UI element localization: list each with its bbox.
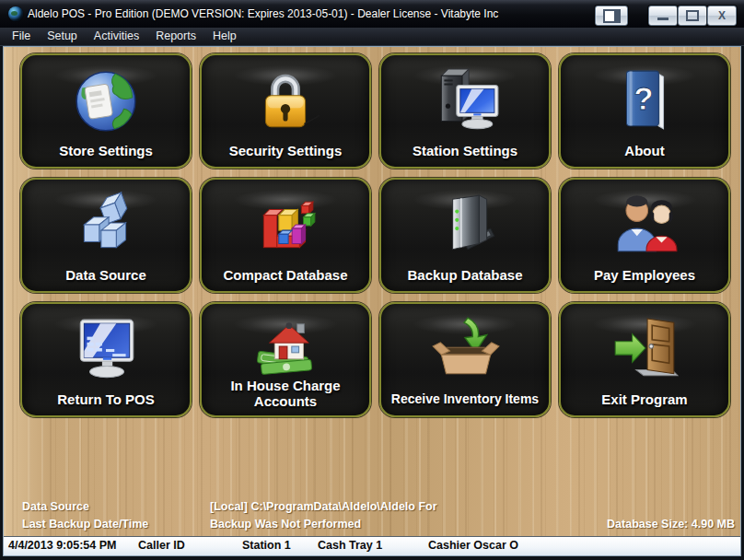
workstation-icon [381, 66, 549, 136]
tile-data-source[interactable]: Data Source [20, 178, 192, 293]
help-book-icon: ? [561, 66, 728, 136]
menu-bar: File Setup Activities Reports Help [0, 28, 744, 46]
tile-label: Pay Employees [561, 267, 728, 283]
tile-grid: Store Settings [20, 53, 730, 417]
status-station: Station 1 [242, 537, 291, 554]
tile-label: Backup Database [381, 267, 549, 283]
blue-cubes-icon [22, 191, 190, 261]
close-button[interactable]: X [707, 6, 737, 26]
status-caller-id: Caller ID [138, 537, 185, 554]
window-title: Aldelo POS - Pro Edition (DEMO VERSION: … [28, 0, 498, 28]
tile-return-to-pos[interactable]: Return To POS [20, 302, 192, 417]
tile-security-settings[interactable]: Security Settings [200, 53, 371, 169]
defrag-cubes-icon [202, 191, 369, 261]
status-bar: 4/4/2013 9:05:54 PM Caller ID Station 1 … [4, 536, 740, 555]
tile-store-settings[interactable]: Store Settings [20, 53, 192, 169]
menu-activities[interactable]: Activities [86, 28, 147, 45]
tile-label: Data Source [22, 267, 190, 283]
tile-label: Exit Program [561, 391, 728, 407]
tile-label: Store Settings [22, 143, 190, 158]
restore-button[interactable] [678, 6, 707, 26]
pos-monitor-icon [22, 315, 190, 385]
tile-about[interactable]: ? About [559, 53, 730, 169]
tile-label: Receive Inventory Items [381, 391, 549, 407]
menu-file[interactable]: File [4, 28, 39, 45]
last-backup-label: Last Backup Date/Time [22, 518, 148, 531]
app-globe-icon [8, 6, 23, 21]
status-datetime: 4/4/2013 9:05:54 PM [8, 537, 116, 554]
close-icon: X [718, 10, 726, 21]
svg-text:?: ? [634, 80, 653, 116]
minimize-icon [657, 18, 668, 20]
panel-window-icon [603, 9, 621, 23]
minimize-button[interactable] [648, 6, 678, 26]
status-cashier: Cashier Oscar O [428, 537, 518, 554]
inventory-box-icon [381, 315, 549, 385]
tile-compact-database[interactable]: Compact Database [200, 178, 371, 293]
padlock-icon [202, 66, 369, 136]
status-cash-tray: Cash Tray 1 [318, 537, 382, 554]
restore-icon [686, 10, 699, 21]
tile-label: Compact Database [202, 267, 369, 283]
tile-in-house-charge-accounts[interactable]: In House Charge Accounts [200, 302, 371, 417]
data-source-value: [Local] C:\ProgramData\Aldelo\Aldelo For [210, 500, 437, 513]
menu-help[interactable]: Help [204, 28, 245, 45]
globe-document-icon [22, 66, 190, 136]
last-backup-value: Backup Was Not Performed [210, 518, 361, 531]
exit-door-icon [561, 315, 728, 385]
title-bar: Aldelo POS - Pro Edition (DEMO VERSION: … [0, 0, 744, 29]
menu-reports[interactable]: Reports [147, 28, 204, 45]
tile-station-settings[interactable]: Station Settings [379, 53, 551, 169]
tile-receive-inventory-items[interactable]: Receive Inventory Items [379, 302, 551, 417]
client-area: Store Settings [3, 46, 741, 556]
menu-setup[interactable]: Setup [39, 28, 86, 45]
tile-backup-database[interactable]: Backup Database [379, 178, 551, 293]
tile-pay-employees[interactable]: Pay Employees [559, 178, 730, 293]
data-source-label: Data Source [22, 500, 89, 513]
panel-window-button[interactable] [595, 6, 628, 26]
tile-label: In House Charge Accounts [202, 378, 369, 409]
two-people-icon [561, 191, 728, 261]
house-money-icon [202, 315, 369, 381]
tile-exit-program[interactable]: Exit Program [559, 302, 730, 417]
tile-label: Security Settings [202, 143, 369, 158]
tile-label: Station Settings [381, 143, 549, 158]
app-window: Aldelo POS - Pro Edition (DEMO VERSION: … [0, 0, 744, 560]
tile-label: About [561, 143, 728, 158]
backup-drive-icon [381, 191, 549, 261]
database-size-value: Database Size: 4.90 MB [607, 518, 735, 531]
tile-label: Return To POS [22, 391, 190, 407]
